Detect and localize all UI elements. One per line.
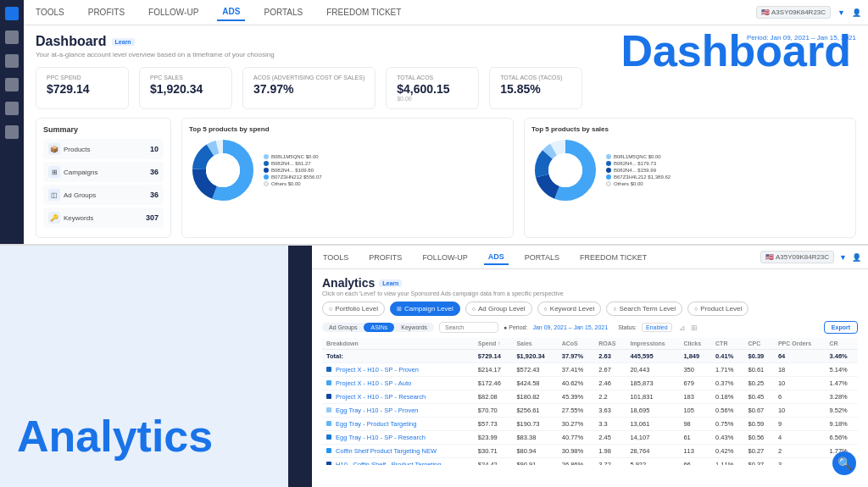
status-label: Status:	[618, 324, 637, 330]
col-orders[interactable]: PPC Orders	[774, 338, 826, 350]
metric-tacos: Total ACoS (TACoS) 15.85%	[489, 67, 582, 109]
col-spend[interactable]: Spend ↑	[474, 338, 513, 350]
period-filter-value[interactable]: Jan 09, 2021 – Jan 15, 2021	[532, 324, 608, 330]
total-cpc: $0.39	[744, 350, 774, 363]
row-name-1[interactable]: Project X - H10 - SP - Auto	[322, 377, 474, 390]
row-roas-0: 2.67	[594, 363, 626, 377]
table-header-row: Breakdown Spend ↑ Sales ACoS ROAS Impres…	[322, 338, 858, 350]
table-row[interactable]: Egg Tray - H10 - SP - Proven $70.70 $256…	[322, 404, 858, 418]
sidebar-icon-layers[interactable]	[5, 78, 19, 91]
row-name-4[interactable]: Egg Tray - Product Targeting	[322, 418, 474, 431]
toggle-asins[interactable]: ASINs	[364, 323, 394, 332]
tab-adgroup[interactable]: ○ Ad Group Level	[465, 302, 532, 316]
col-clicks[interactable]: Clicks	[679, 338, 711, 350]
row-name-0[interactable]: Project X - H10 - SP - Proven	[322, 363, 474, 377]
row-name-3[interactable]: Egg Tray - H10 - SP - Proven	[322, 404, 474, 418]
row-spend-7: $24.42	[474, 458, 513, 466]
nav-portals[interactable]: PORTALS	[259, 4, 308, 20]
anav-followup[interactable]: FOLLOW-UP	[418, 251, 471, 264]
sidebar-icon-globe[interactable]	[5, 125, 19, 139]
table-row[interactable]: Project X - H10 - SP - Proven $214.17 $5…	[322, 363, 858, 377]
big-analytics-label: Analytics	[17, 411, 213, 462]
col-impressions[interactable]: Impressions	[626, 338, 679, 350]
sidebar-icon-bar[interactable]	[5, 54, 19, 68]
analytics-account-badge[interactable]: 🇺🇸 A35Y09K84R23C	[760, 251, 834, 263]
learn-badge[interactable]: Learn	[112, 38, 135, 46]
col-breakdown[interactable]: Breakdown	[322, 338, 474, 350]
col-cpc[interactable]: CPC	[744, 338, 774, 350]
row-name-5[interactable]: Egg Tray - H10 - SP - Research	[322, 431, 474, 445]
row-sales-7: $90.91	[512, 458, 557, 466]
tab-searchterm[interactable]: ○ Search Term Level	[606, 302, 682, 316]
nav-freedom[interactable]: FREEDOM TICKET	[321, 4, 406, 20]
status-filter[interactable]: Enabled	[642, 323, 672, 332]
tab-product[interactable]: ○ Product Level	[687, 302, 748, 316]
facebook-icon[interactable]: ▼	[837, 8, 845, 17]
big-dashboard-label: Dashboard	[620, 25, 851, 76]
tab-campaign[interactable]: ⊞ Campaign Level	[390, 302, 460, 316]
svg-point-11	[548, 153, 582, 187]
analytics-table-container[interactable]: Breakdown Spend ↑ Sales ACoS ROAS Impres…	[322, 338, 858, 465]
filter-icon[interactable]: ⊿	[679, 324, 686, 332]
user-icon[interactable]: 👤	[852, 8, 861, 17]
total-spend: $729.14	[474, 350, 513, 363]
summary-row-campaigns[interactable]: ⊞ Campaigns 36	[43, 162, 164, 182]
sidebar-icon-grid[interactable]	[5, 7, 19, 20]
summary-title: Summary	[43, 125, 164, 134]
keywords-count: 307	[146, 213, 159, 222]
export-button[interactable]: Export	[824, 321, 858, 334]
sidebar-icon-refresh[interactable]	[5, 102, 19, 115]
col-acos[interactable]: ACoS	[558, 338, 595, 350]
chart-spend-title: Top 5 products by spend	[189, 125, 506, 133]
analytics-user-icon[interactable]: 👤	[852, 253, 861, 262]
nav-tools[interactable]: TOOLS	[31, 4, 70, 20]
nav-profits[interactable]: PROFITS	[83, 4, 130, 20]
anav-profits[interactable]: PROFITS	[364, 251, 406, 264]
sidebar-icon-circle[interactable]	[5, 30, 19, 44]
table-row[interactable]: Coffin Shelf Product Targeting NEW $30.7…	[322, 445, 858, 458]
summary-row-adgroups[interactable]: ◫ Ad Groups 36	[43, 185, 164, 205]
row-cpc-1: $0.25	[744, 377, 774, 390]
analytics-fb-icon[interactable]: ▼	[839, 253, 847, 262]
analytics-learn-badge[interactable]: Learn	[379, 279, 402, 287]
nav-followup[interactable]: FOLLOW-UP	[143, 4, 203, 20]
anav-portals[interactable]: PORTALS	[520, 251, 564, 264]
anav-freedom[interactable]: FREEDOM TICKET	[576, 251, 651, 264]
col-cr[interactable]: CR	[825, 338, 858, 350]
row-acos-1: 40.62%	[558, 377, 595, 390]
col-roas[interactable]: ROAS	[594, 338, 626, 350]
table-row[interactable]: Egg Tray - Product Targeting $57.73 $190…	[322, 418, 858, 431]
row-name-2[interactable]: Project X - H10 - SP - Research	[322, 390, 474, 404]
search-magnify-icon[interactable]: 🔍	[832, 451, 856, 475]
tab-portfolio[interactable]: ○ Portfolio Level	[322, 302, 385, 316]
row-ctr-4: 0.75%	[711, 418, 743, 431]
row-orders-1: 10	[774, 377, 826, 390]
anav-tools[interactable]: TOOLS	[319, 251, 353, 264]
table-row[interactable]: Project X - H10 - SP - Auto $172.46 $424…	[322, 377, 858, 390]
toggle-keywords[interactable]: Keywords	[394, 323, 434, 332]
total-roas: 2.63	[594, 350, 626, 363]
row-impressions-4: 13,061	[626, 418, 679, 431]
row-name-6[interactable]: Coffin Shelf Product Targeting NEW	[322, 445, 474, 458]
tab-keyword[interactable]: ○ Keyword Level	[537, 302, 602, 316]
nav-ads[interactable]: ADS	[217, 3, 245, 21]
row-name-7[interactable]: H10 - Coffin Shelf - Product Targeting	[322, 458, 474, 466]
summary-row-keywords[interactable]: 🔑 Keywords 307	[43, 208, 164, 228]
row-orders-5: 4	[774, 431, 826, 445]
anav-ads[interactable]: ADS	[484, 250, 509, 265]
toggle-adgroups[interactable]: Ad Groups	[322, 323, 364, 332]
columns-icon[interactable]: ⊞	[691, 324, 698, 332]
metric-ppc-sales: PPC Sales $1,920.34	[139, 67, 232, 109]
col-ctr[interactable]: CTR	[711, 338, 743, 350]
table-row[interactable]: H10 - Coffin Shelf - Product Targeting $…	[322, 458, 858, 466]
total-orders: 64	[774, 350, 826, 363]
table-row[interactable]: Egg Tray - H10 - SP - Research $23.99 $8…	[322, 431, 858, 445]
table-row[interactable]: Project X - H10 - SP - Research $82.08 $…	[322, 390, 858, 404]
account-badge[interactable]: 🇺🇸 A3SY09K84R23C	[756, 6, 831, 19]
col-sales[interactable]: Sales	[512, 338, 557, 350]
row-sales-3: $256.61	[512, 404, 557, 418]
total-label: Total:	[322, 350, 474, 363]
row-impressions-5: 14,107	[626, 431, 679, 445]
summary-row-products[interactable]: 📦 Products 10	[43, 139, 164, 159]
search-input[interactable]	[439, 322, 498, 333]
